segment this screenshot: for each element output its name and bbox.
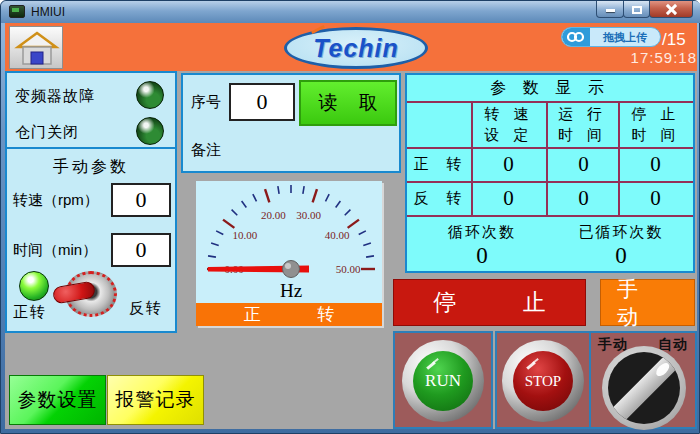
- header-bar: Techin 拖拽上传 /15 17:59:18: [5, 23, 697, 71]
- logo-accent-mark: [311, 24, 325, 33]
- direction-toggle-switch[interactable]: [59, 271, 119, 317]
- door-closed-light: [136, 117, 164, 145]
- col-run-time: 运 行 时 间: [548, 103, 617, 147]
- svg-text:30.00: 30.00: [296, 209, 321, 221]
- fwd-stoptime-value: 0: [620, 152, 691, 177]
- read-button[interactable]: 读 取: [299, 80, 397, 126]
- svg-text:10.00: 10.00: [233, 229, 258, 241]
- gauge-unit: Hz: [280, 280, 302, 301]
- app-window: HMIUI Techin: [0, 0, 700, 434]
- rotary-face: [608, 352, 680, 424]
- svg-text:40.00: 40.00: [325, 229, 350, 241]
- cycled-count-value: 0: [555, 243, 687, 269]
- cycle-count-value: 0: [417, 243, 547, 269]
- stop-button-cn[interactable]: 停 止: [393, 279, 586, 326]
- manual-mode-button[interactable]: 手 动: [600, 279, 695, 326]
- door-closed-label: 仓门关闭: [15, 123, 79, 142]
- inverter-fault-light: [136, 81, 164, 109]
- home-button[interactable]: [9, 26, 63, 69]
- window-title: HMIUI: [31, 5, 65, 19]
- row-reverse-label: 反 转: [411, 189, 471, 208]
- stop-button-panel: STOP: [495, 331, 591, 429]
- fwd-runtime-value: 0: [548, 152, 619, 177]
- rev-speed-value: 0: [473, 186, 544, 211]
- brand-name: Techin: [313, 34, 399, 63]
- svg-text:50.00: 50.00: [336, 263, 361, 275]
- frequency-gauge: 0.0010.0020.0030.0040.0050.00 Hz 正 转: [196, 181, 382, 326]
- alarm-log-button[interactable]: 报警记录: [107, 375, 204, 425]
- serial-panel: 序号 读 取 备注: [181, 73, 401, 173]
- param-settings-button[interactable]: 参数设置: [9, 375, 106, 425]
- app-icon: [9, 5, 25, 18]
- col-speed-setting: 转 速 设 定: [473, 103, 545, 147]
- rotary-lever: [608, 352, 680, 424]
- row-forward-label: 正 转: [411, 155, 471, 174]
- rev-stoptime-value: 0: [620, 186, 691, 211]
- manual-params-title: 手动参数: [7, 157, 175, 178]
- fwd-speed-value: 0: [473, 152, 544, 177]
- home-icon: [10, 27, 64, 70]
- gauge-face: 0.0010.0020.0030.0040.0050.00 Hz: [196, 181, 382, 303]
- serial-label: 序号: [191, 93, 221, 112]
- hmi-screen: Techin 拖拽上传 /15 17:59:18 变频器故障 仓门关闭: [5, 23, 697, 429]
- clock: 17:59:18: [605, 49, 697, 66]
- drag-upload-label: 拖拽上传: [590, 30, 660, 45]
- maximize-button[interactable]: [623, 1, 650, 18]
- speed-input[interactable]: [111, 183, 171, 217]
- table-title: 参 数 显 示: [407, 75, 693, 101]
- time-input[interactable]: [111, 233, 171, 267]
- maximize-icon: [632, 6, 642, 14]
- mode-rotary-switch[interactable]: [602, 346, 686, 430]
- svg-text:20.00: 20.00: [261, 209, 286, 221]
- minimize-button[interactable]: [596, 1, 624, 18]
- remark-label: 备注: [191, 141, 221, 160]
- reverse-label: 反转: [129, 299, 163, 318]
- run-button-panel: RUN: [393, 331, 493, 429]
- run-button[interactable]: RUN: [402, 340, 484, 422]
- inverter-fault-label: 变频器故障: [15, 87, 95, 106]
- cycled-count-label: 已循环次数: [555, 223, 687, 242]
- page-indicator: /15: [662, 30, 686, 50]
- drag-upload-button[interactable]: 拖拽上传: [561, 27, 661, 47]
- brand-logo: Techin: [284, 27, 428, 69]
- link-icon: [562, 27, 590, 47]
- cycle-count-label: 循环次数: [417, 223, 547, 242]
- mode-selector-panel: 手动 自动: [589, 331, 697, 429]
- col-stop-time: 停 止 时 间: [620, 103, 692, 147]
- forward-run-light: [19, 271, 49, 301]
- rev-runtime-value: 0: [548, 186, 619, 211]
- close-button[interactable]: [649, 1, 693, 18]
- panel-divider: [7, 147, 175, 149]
- time-label: 时间（min）: [13, 241, 97, 260]
- status-and-manual-panel: 变频器故障 仓门关闭 手动参数 转速（rpm） 时间（min） 正转 反转: [5, 71, 177, 333]
- serial-input[interactable]: [229, 83, 295, 121]
- title-bar: HMIUI: [1, 1, 700, 23]
- parameter-display-panel: 参 数 显 示 转 速 设 定 运 行 时 间 停 止 时 间 正 转 0 0 …: [405, 73, 695, 273]
- stop-button[interactable]: STOP: [502, 340, 584, 422]
- forward-label: 正转: [13, 303, 47, 322]
- run-button-face: RUN: [413, 351, 473, 411]
- speed-label: 转速（rpm）: [13, 191, 99, 210]
- stop-button-face: STOP: [513, 351, 573, 411]
- close-icon: [666, 4, 677, 15]
- rotation-status-bar: 正 转: [196, 303, 382, 326]
- minimize-icon: [606, 9, 615, 12]
